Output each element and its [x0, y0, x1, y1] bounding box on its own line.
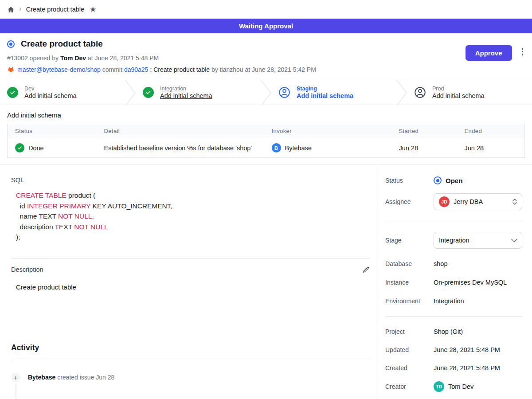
issue-header: Create product table #13002 opened by To…	[0, 33, 532, 80]
table-row[interactable]: Done Established baseline version %s for…	[8, 138, 525, 158]
stage-label: Stage	[385, 237, 434, 244]
pipeline-stages: Dev Add initial schema Integration Add i…	[0, 80, 532, 105]
assignee-label: Assignee	[385, 198, 434, 205]
status-banner-text: Waiting Approval	[239, 22, 293, 30]
stage-task-label: Add initial schema	[160, 92, 212, 99]
issue-meta: #13002 opened by Tom Dev at June 28, 202…	[7, 55, 466, 62]
task-panel: Add initial schema Status Detail Invoker…	[0, 105, 532, 164]
col-header-detail: Detail	[104, 124, 272, 138]
issue-open-time: at June 28, 2021 5:48 PM	[86, 55, 159, 62]
created-value: June 28, 2021 5:48 PM	[434, 364, 500, 372]
breadcrumb: › Create product table ★	[0, 0, 532, 19]
divider	[11, 258, 370, 259]
divider	[385, 221, 522, 221]
main-content: SQL CREATE TABLE product ( id INTEGER PR…	[0, 164, 378, 399]
instance-value: On-premises Dev MySQL	[434, 279, 507, 286]
col-header-invoker: Invoker	[272, 124, 399, 138]
activity-title: Activity	[11, 343, 370, 352]
commit-hash-link[interactable]: da90a25	[124, 66, 149, 73]
stage-separator	[261, 80, 271, 105]
approve-button[interactable]: Approve	[466, 45, 512, 61]
divider	[385, 316, 522, 317]
stage-task-label: Add initial schema	[24, 92, 77, 99]
stage-env-label: Staging	[297, 86, 353, 92]
assignee-value: Jerry DBA	[454, 198, 508, 205]
sql-section-label: SQL	[11, 176, 370, 184]
stage-separator	[396, 80, 407, 105]
status-open-icon	[434, 176, 442, 184]
status-banner: Waiting Approval	[0, 19, 532, 33]
bytebase-issue-page: › Create product table ★ Waiting Approva…	[0, 0, 532, 399]
stage-dev[interactable]: Dev Add initial schema	[0, 80, 125, 105]
chevron-down-icon	[511, 239, 517, 243]
instance-label: Instance	[385, 279, 434, 286]
stage-staging[interactable]: Staging Add initial schema	[271, 80, 396, 105]
breadcrumb-page-title[interactable]: Create product table	[26, 6, 84, 13]
task-detail: Established baseline version %s for data…	[104, 138, 272, 158]
person-circle-icon	[278, 86, 290, 98]
sql-statement: CREATE TABLE product ( id INTEGER PRIMAR…	[16, 190, 370, 243]
avatar: JD	[439, 196, 450, 207]
check-circle-icon	[143, 87, 154, 98]
task-table: Status Detail Invoker Started Ended Done	[7, 124, 525, 158]
task-ended: Jun 28	[465, 138, 525, 158]
issue-sidebar: Status Open Assignee JD Jerry DBA	[378, 164, 532, 399]
updated-value: June 28, 2021 5:48 PM	[434, 346, 500, 353]
activity-actor: Bytebase	[28, 374, 55, 381]
more-options-icon[interactable]	[520, 45, 525, 58]
task-panel-title: Add initial schema	[7, 111, 525, 119]
environment-value: Integration	[434, 297, 464, 305]
status-value: Open	[446, 177, 462, 184]
commit-meta: by tianzhou at June 28, 2021 5:42 PM	[211, 66, 316, 73]
creator-value: Tom Dev	[448, 383, 473, 390]
stage-prod[interactable]: Prod Add initial schema	[407, 80, 532, 105]
description-label: Description	[11, 266, 43, 273]
stage-env-label: Dev	[24, 86, 77, 92]
stage-env-label: Integration	[160, 86, 212, 92]
breadcrumb-separator-icon: ›	[19, 5, 22, 12]
description-content: Create product table	[16, 283, 370, 291]
activity-action: created issue Jun 28	[55, 374, 114, 381]
stage-integration[interactable]: Integration Add initial schema	[136, 80, 261, 105]
stage-select[interactable]: Integration	[434, 232, 522, 249]
check-circle-icon	[7, 87, 18, 98]
col-header-status: Status	[8, 124, 104, 138]
task-started: Jun 28	[399, 138, 465, 158]
activity-item: + Bytebase created issue Jun 28	[11, 373, 370, 382]
commit-info: master@bytebase-demo/shop commit da90a25…	[7, 66, 466, 73]
issue-open-icon	[7, 40, 15, 48]
issue-author: Tom Dev	[60, 55, 86, 62]
avatar: TD	[434, 381, 444, 392]
stage-env-label: Prod	[432, 86, 485, 92]
stage-value: Integration	[439, 237, 507, 244]
task-invoker: Bytebase	[285, 145, 312, 152]
edit-pencil-icon[interactable]	[362, 266, 370, 274]
commit-message: : Create product table	[150, 66, 210, 73]
col-header-started: Started	[399, 124, 465, 138]
star-icon[interactable]: ★	[90, 6, 96, 13]
commit-word: commit	[102, 66, 122, 73]
database-value: shop	[434, 260, 447, 267]
stage-separator	[125, 80, 136, 105]
divider	[11, 359, 370, 359]
avatar: B	[272, 143, 281, 153]
task-status: Done	[28, 145, 44, 152]
created-label: Created	[385, 364, 434, 372]
stage-task-label: Add initial schema	[432, 92, 485, 99]
project-label: Project	[385, 328, 434, 335]
database-label: Database	[385, 260, 434, 267]
check-circle-icon	[15, 143, 24, 153]
project-value: Shop (Git)	[434, 328, 463, 335]
stage-task-label: Add initial schema	[297, 92, 353, 99]
creator-label: Creator	[385, 383, 434, 390]
updated-label: Updated	[385, 346, 434, 353]
home-icon[interactable]	[7, 6, 15, 13]
timeline-connector	[16, 383, 16, 399]
environment-label: Environment	[385, 297, 434, 305]
issue-ref: #13002 opened by	[7, 55, 60, 62]
gitlab-icon	[7, 66, 15, 73]
commit-branch-link[interactable]: master@bytebase-demo/shop	[17, 66, 101, 73]
updown-caret-icon	[512, 198, 517, 205]
assignee-select[interactable]: JD Jerry DBA	[434, 193, 522, 210]
plus-icon: +	[11, 373, 20, 382]
